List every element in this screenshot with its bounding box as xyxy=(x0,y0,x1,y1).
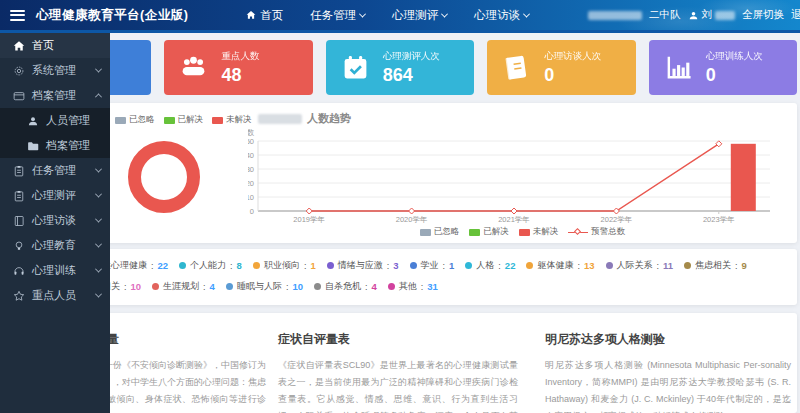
sidebar-item-personnel[interactable]: 人员管理 xyxy=(0,108,110,133)
article-heading: 症状自评量表 xyxy=(278,331,518,348)
sidebar-item-tasks[interactable]: 任务管理 xyxy=(0,158,110,183)
svg-text:2022学年: 2022学年 xyxy=(601,215,633,224)
sidebar-item-archives[interactable]: 档案管理 xyxy=(0,83,110,108)
clipboard-icon xyxy=(13,190,25,202)
article-heading: 明尼苏达多项人格测验 xyxy=(545,331,791,348)
legend-item-ignored[interactable]: 已忽略 xyxy=(115,114,155,126)
chevron-down-icon xyxy=(95,291,102,298)
sidebar-item-education[interactable]: 心理教育 xyxy=(0,233,110,258)
fullscreen-toggle[interactable]: 全屏切换 xyxy=(742,8,784,22)
article-mmpi: 明尼苏达多项人格测验 明尼苏达多项人格测验 (Minnesota Multiph… xyxy=(545,331,791,413)
svg-text:50: 50 xyxy=(248,137,254,146)
tag-dot xyxy=(314,283,321,290)
sidebar-item-interview[interactable]: 心理访谈 xyxy=(0,208,110,233)
trend-chart-legend: 已忽略 已解决 未解决 预警总数 xyxy=(248,226,797,238)
user-icon xyxy=(688,10,699,21)
article-scl90: 症状自评量表 《症状自评量表SCL90》是世界上最著名的心理健康测试量表之一，是… xyxy=(278,331,518,413)
warning-status-donut-chart xyxy=(126,139,202,215)
tag-suicide-crisis: 自杀危机:4 xyxy=(314,280,377,293)
legend-item-resolved[interactable]: 已解决 xyxy=(164,114,204,126)
tag-personality: 人格:22 xyxy=(465,259,515,272)
svg-text:20: 20 xyxy=(248,179,254,188)
sidebar-item-training[interactable]: 心理训练 xyxy=(0,258,110,283)
org-suffix: 二中队 xyxy=(649,8,681,22)
chevron-down-icon xyxy=(95,66,102,73)
chevron-down-icon xyxy=(95,166,102,173)
book-icon xyxy=(500,51,533,84)
logout-button[interactable]: 退出 xyxy=(791,8,800,22)
sidebar-item-system[interactable]: 系统管理 xyxy=(0,58,110,83)
legend-swatch xyxy=(469,229,480,236)
legend-item-ignored[interactable]: 已忽略 xyxy=(420,226,460,238)
legend-item-warning-total[interactable]: 预警总数 xyxy=(568,226,625,238)
tag-dot xyxy=(226,283,233,290)
trend-line-chart-section: 人数趋势 01020304050人数2019学年2020学年2021学年2022… xyxy=(248,103,797,243)
nav-item-home[interactable]: 首页 xyxy=(246,8,283,23)
stat-cards-row: 重点人数48 心理测评人次864 心理访谈人次0 心理训练人次0 xyxy=(3,40,797,95)
svg-text:10: 10 xyxy=(248,193,254,202)
top-navbar: 心理健康教育平台(企业版) 首页 任务管理 心理测评 心理访谈 二中队 刘 全屏… xyxy=(0,0,800,33)
scales-intro-panel: 心理健康诊断测量 ……为中学生编制了一份《不安倾向诊断测验》，中国修订为《心理健… xyxy=(3,313,797,413)
tag-dot xyxy=(465,262,472,269)
notebook-icon xyxy=(13,215,25,227)
sidebar-item-home[interactable]: 首页 xyxy=(0,33,110,58)
clipboard-icon xyxy=(13,165,25,177)
users-icon xyxy=(179,53,208,82)
svg-text:2021学年: 2021学年 xyxy=(498,215,530,224)
tag-academics: 学业:1 xyxy=(410,259,455,272)
redacted-org-name xyxy=(588,11,642,20)
sidebar-item-key-persons[interactable]: 重点人员 xyxy=(0,283,110,308)
tag-anxiety: 焦虑相关:9 xyxy=(684,259,747,272)
folder-icon xyxy=(27,140,39,152)
legend-item-unresolved[interactable]: 未解决 xyxy=(212,114,252,126)
nav-item-assessment[interactable]: 心理测评 xyxy=(392,8,447,23)
tag-dot xyxy=(152,283,159,290)
nav-item-tasks[interactable]: 任务管理 xyxy=(310,8,365,23)
tag-dot xyxy=(253,262,260,269)
tag-dot xyxy=(526,262,533,269)
svg-text:2023学年: 2023学年 xyxy=(703,215,735,224)
home-icon xyxy=(246,10,256,20)
svg-text:0: 0 xyxy=(250,207,254,216)
star-icon xyxy=(13,290,25,302)
legend-swatch xyxy=(420,229,431,236)
legend-swatch xyxy=(164,117,175,124)
tag-career: 职业倾向:1 xyxy=(253,259,316,272)
chevron-up-icon xyxy=(95,93,102,100)
chevron-down-icon xyxy=(359,10,366,17)
stat-card-key-persons: 重点人数48 xyxy=(164,40,312,95)
user-icon xyxy=(27,115,39,127)
chevron-down-icon xyxy=(523,10,530,17)
legend-item-unresolved[interactable]: 未解决 xyxy=(519,226,559,238)
gear-icon xyxy=(13,65,25,77)
chevron-down-icon xyxy=(441,10,448,17)
svg-text:40: 40 xyxy=(248,151,254,160)
svg-text:人数: 人数 xyxy=(248,128,255,137)
tag-personal-ability: 个人能力:8 xyxy=(179,259,242,272)
user-name-prefix: 刘 xyxy=(702,8,713,22)
donut-legend: 已忽略 已解决 未解决 xyxy=(115,114,252,126)
trend-chart-panel: 已忽略 已解决 未解决 人数趋势 01020304050人数2019学年2020… xyxy=(3,103,797,243)
chevron-down-icon xyxy=(95,191,102,198)
legend-item-resolved[interactable]: 已解决 xyxy=(469,226,509,238)
nav-item-interview[interactable]: 心理访谈 xyxy=(474,8,529,23)
sidebar-submenu-archives: 人员管理 档案管理 xyxy=(0,108,110,158)
tag-career-planning: 生涯规划:4 xyxy=(152,280,215,293)
svg-text:30: 30 xyxy=(248,165,254,174)
sidebar-item-assessment[interactable]: 心理测评 xyxy=(0,183,110,208)
bar-chart-icon xyxy=(664,53,693,82)
calendar-check-icon xyxy=(341,53,370,82)
tag-dot xyxy=(327,262,334,269)
chevron-down-icon xyxy=(95,266,102,273)
chevron-down-icon xyxy=(95,216,102,223)
sidebar-item-file-management[interactable]: 档案管理 xyxy=(0,133,110,158)
article-body: 《症状自评量表SCL90》是世界上最著名的心理健康测试量表之一，是当前使用最为广… xyxy=(278,357,518,413)
app-title: 心理健康教育平台(企业版) xyxy=(36,7,188,24)
trend-line-chart: 01020304050人数2019学年2020学年2021学年2022学年202… xyxy=(248,125,796,227)
legend-swatch xyxy=(519,229,530,236)
tag-physical-health: 躯体健康:13 xyxy=(526,259,594,272)
tag-other: 其他:31 xyxy=(388,280,438,293)
hamburger-menu-icon[interactable] xyxy=(10,7,25,23)
tag-interpersonal: 人际关系:11 xyxy=(606,259,674,272)
trend-chart-title: 人数趋势 xyxy=(258,111,351,126)
